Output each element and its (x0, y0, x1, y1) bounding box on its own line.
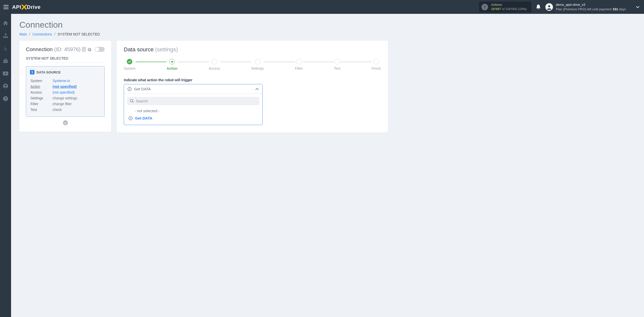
search-icon (130, 99, 134, 103)
chevron-up-icon (255, 88, 259, 90)
user-icon[interactable] (3, 83, 8, 89)
ds-row-access[interactable]: Access (not specified) (30, 90, 100, 95)
breadcrumb-connections[interactable]: Connections (32, 32, 52, 36)
dropdown-selected[interactable]: Get DATA (124, 84, 262, 94)
step-test[interactable]: Test (334, 59, 340, 70)
svg-rect-5 (5, 37, 6, 38)
actions-total: 100'000 (505, 7, 517, 11)
svg-point-15 (130, 99, 133, 102)
right-card-title: Data source (124, 46, 154, 53)
home-icon[interactable] (3, 20, 8, 26)
add-datasource-button[interactable]: + (63, 120, 68, 125)
connection-card: Connection (ID: 45976) SYSTEM NOT SELECT… (19, 41, 111, 132)
ds-label: Settings (30, 95, 52, 101)
actions-of: of (502, 7, 505, 11)
ds-label: System (30, 78, 52, 83)
ds-label: Action (30, 84, 52, 89)
connection-toggle[interactable] (95, 47, 105, 52)
top-header: API Drive i Actions: 18'087 of 100'000 (… (0, 0, 644, 14)
svg-text:?: ? (5, 97, 7, 101)
gear-icon[interactable] (87, 47, 92, 52)
svg-point-10 (5, 85, 7, 86)
data-source-box: 1 DATA SOURCE System Systeme.io Action (… (26, 66, 105, 117)
dropdown-option-not-selected[interactable]: - not selected - (127, 107, 259, 114)
step-finish[interactable]: Finish (372, 59, 381, 70)
actions-used: 18'087 (491, 7, 501, 11)
step-label: Action (167, 66, 178, 70)
step-action[interactable]: Action (167, 59, 178, 70)
svg-rect-2 (5, 33, 6, 35)
step-label: Test (334, 66, 340, 70)
ds-value[interactable]: (not specified) (53, 90, 100, 95)
ds-label: Test (30, 107, 52, 112)
ds-row-action[interactable]: Action (not specified) (30, 84, 100, 89)
breadcrumb: Main / Connections / SYSTEM NOT SELECTED (19, 32, 636, 36)
step-label: Access (209, 66, 220, 70)
chevron-down-icon[interactable] (636, 6, 639, 8)
dollar-icon[interactable] (3, 46, 8, 51)
breadcrumb-main[interactable]: Main (19, 32, 27, 36)
step-system[interactable]: System (124, 59, 136, 70)
sitemap-icon[interactable] (3, 33, 8, 38)
breadcrumb-current: SYSTEM NOT SELECTED (58, 32, 100, 36)
document-icon[interactable] (82, 47, 86, 52)
user-name: demo_apix-drive_s3 (556, 3, 626, 7)
dropdown-option-get-data[interactable]: Get DATA (127, 114, 259, 122)
step-label: Settings (251, 66, 264, 70)
ds-row-system[interactable]: System Systeme.io (30, 78, 100, 83)
connection-card-title: Connection (26, 46, 53, 52)
ds-label: Access (30, 90, 52, 95)
step-label: System (124, 66, 136, 70)
play-icon (128, 87, 132, 91)
page-title: Connection (19, 20, 636, 30)
briefcase-icon[interactable] (3, 58, 8, 64)
actions-counter[interactable]: i Actions: 18'087 of 100'000 (18%) (479, 2, 531, 13)
connection-subhead: SYSTEM NOT SELECTED (26, 56, 105, 63)
help-icon[interactable]: ? (3, 96, 8, 101)
ds-value[interactable]: check (53, 107, 100, 112)
logo-drive: Drive (27, 4, 41, 10)
svg-rect-4 (7, 37, 8, 38)
stepper: System Action Access Settings Filter (124, 59, 381, 70)
step-filter[interactable]: Filter (295, 59, 303, 70)
menu-toggle[interactable] (3, 4, 9, 10)
logo-x (22, 4, 27, 10)
step-label: Filter (295, 66, 303, 70)
step-access[interactable]: Access (209, 59, 220, 70)
dropdown-search[interactable] (127, 97, 259, 105)
data-source-settings-card: Data source (settings) System Action (117, 41, 388, 133)
youtube-icon[interactable] (3, 71, 8, 76)
ds-value[interactable]: (not specified) (53, 84, 100, 89)
play-icon (129, 116, 133, 120)
notifications-icon[interactable] (536, 4, 541, 10)
user-plan: Plan |Premium PRO| left until payment 15… (556, 7, 626, 12)
action-dropdown: Get DATA - not selected - Get DAT (124, 84, 263, 125)
actions-label: Actions: (491, 3, 527, 7)
sidebar: ? (0, 14, 11, 317)
dropdown-option-label: Get DATA (135, 116, 152, 120)
step-label: Finish (372, 66, 381, 70)
actions-pct: (18%) (518, 7, 527, 11)
action-field-label: Indicate what action the robot will trig… (124, 78, 381, 82)
logo-api: API (12, 4, 21, 10)
user-menu[interactable]: demo_apix-drive_s3 Plan |Premium PRO| le… (545, 3, 626, 11)
main-content: Connection Main / Connections / SYSTEM N… (11, 14, 644, 317)
info-icon: i (481, 4, 488, 10)
ds-row-settings[interactable]: Settings change settings (30, 95, 100, 101)
connection-id: (ID: 45976) (54, 46, 80, 52)
svg-rect-6 (3, 60, 8, 63)
ds-row-filter[interactable]: Filter change filter (30, 101, 100, 106)
data-source-badge: 1 (30, 70, 34, 74)
ds-value[interactable]: change settings (53, 95, 100, 101)
svg-rect-7 (3, 61, 8, 61)
actions-text: Actions: 18'087 of 100'000 (18%) (491, 3, 527, 11)
step-settings[interactable]: Settings (251, 59, 264, 70)
svg-point-1 (548, 5, 550, 7)
logo[interactable]: API Drive (12, 4, 41, 10)
avatar-icon (545, 3, 553, 11)
dropdown-search-input[interactable] (136, 99, 256, 103)
svg-rect-3 (3, 37, 5, 38)
ds-value[interactable]: Systeme.io (53, 78, 100, 83)
ds-value[interactable]: change filter (53, 101, 100, 106)
ds-row-test[interactable]: Test check (30, 107, 100, 112)
